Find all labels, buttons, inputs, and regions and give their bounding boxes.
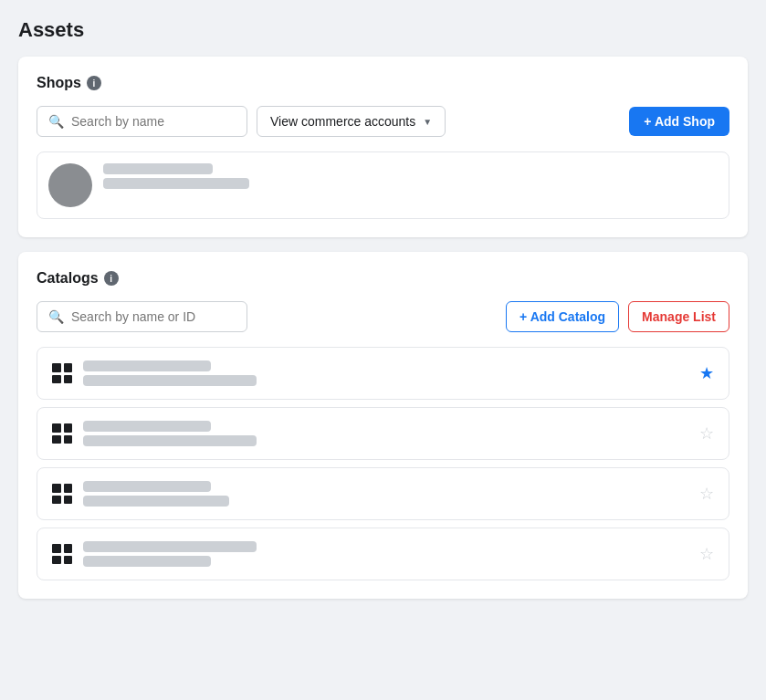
shops-toolbar: 🔍 View commerce accounts ▼ + Add Shop [37,106,729,137]
catalog-grid-icon [52,363,72,383]
catalog-star-icon[interactable]: ☆ [699,544,714,564]
catalog-name-blurred [83,360,211,371]
catalog-grid-icon [52,484,72,504]
shop-avatar [48,163,92,207]
catalog-detail-blurred [83,496,229,507]
dropdown-label: View commerce accounts [270,114,415,129]
catalogs-info-icon[interactable]: i [104,271,119,286]
catalog-item-info [83,481,688,507]
catalog-item-info [83,541,688,567]
add-shop-button[interactable]: + Add Shop [629,107,729,136]
catalog-item-info [83,421,688,446]
catalogs-toolbar: 🔍 + Add Catalog Manage List [37,301,729,332]
catalog-item-info [83,360,688,386]
catalogs-section: Catalogs i 🔍 + Add Catalog Manage List ★ [18,252,748,599]
catalog-name-blurred [83,481,211,492]
shops-info-icon[interactable]: i [87,76,101,90]
search-icon: 🔍 [48,114,64,129]
shop-item [37,151,729,219]
catalog-detail-blurred [83,435,257,446]
shops-header: Shops i [37,75,729,91]
catalog-name-blurred [83,421,211,432]
page-title: Assets [18,18,748,42]
catalog-detail-blurred [83,556,211,567]
catalogs-search-input[interactable] [71,309,236,324]
catalogs-header: Catalogs i [37,270,729,287]
chevron-down-icon: ▼ [423,117,432,127]
catalog-list: ★ ☆ ☆ [37,347,729,580]
add-catalog-button[interactable]: + Add Catalog [506,301,619,332]
shops-title: Shops [37,75,81,91]
catalog-star-icon[interactable]: ☆ [699,423,714,444]
shops-search-input[interactable] [71,114,236,129]
view-commerce-accounts-button[interactable]: View commerce accounts ▼ [257,106,446,137]
shop-name-blurred [103,163,213,174]
catalogs-title: Catalogs [37,270,99,287]
manage-list-button[interactable]: Manage List [628,301,729,332]
catalog-grid-icon [52,423,72,444]
shop-detail-blurred [103,178,249,189]
catalog-grid-icon [52,544,72,564]
search-icon: 🔍 [48,309,64,324]
catalog-detail-blurred [83,375,257,386]
catalog-item: ☆ [37,528,729,580]
shops-search-box: 🔍 [37,106,247,137]
shops-section: Shops i 🔍 View commerce accounts ▼ + Add… [18,57,748,237]
catalog-item: ☆ [37,467,729,520]
catalog-name-blurred [83,541,257,552]
catalog-star-icon[interactable]: ☆ [699,484,714,504]
shop-info [103,163,249,189]
catalogs-search-box: 🔍 [37,301,247,332]
catalog-item: ☆ [37,407,729,460]
catalog-item: ★ [37,347,729,400]
catalog-star-icon[interactable]: ★ [699,363,714,383]
